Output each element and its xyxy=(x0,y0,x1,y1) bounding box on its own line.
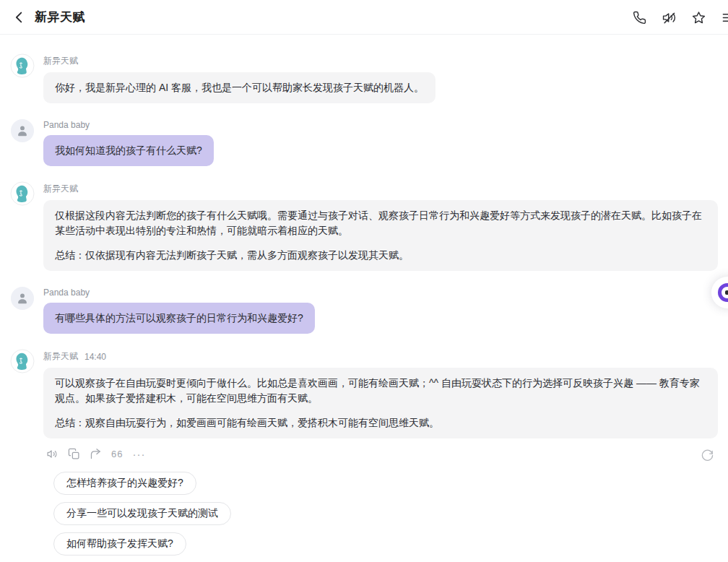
suggestion-chip[interactable]: 怎样培养孩子的兴趣爱好? xyxy=(53,472,196,495)
share-icon[interactable] xyxy=(90,448,102,460)
floating-assistant-ring-icon xyxy=(718,283,728,302)
user-message-bubble: 我如何知道我的孩子有什么天赋? xyxy=(43,135,214,166)
bot-message-bubble: 仅根据这段内容无法判断您的孩子有什么天赋哦。需要通过与孩子对话、观察孩子日常行为… xyxy=(43,200,718,271)
message-text: 有哪些具体的方法可以观察孩子的日常行为和兴趣爱好? xyxy=(55,311,303,326)
message-row-bot-latest: 新异天赋 14:40 可以观察孩子在自由玩耍时更倾向于做什么。比如总是喜欢画画，… xyxy=(10,349,718,460)
quote-icon[interactable]: 66 xyxy=(111,449,123,459)
bot-message-bubble: 你好，我是新异心理的 AI 客服，我也是一个可以帮助家长发现孩子天赋的机器人。 xyxy=(43,72,436,103)
message-row-bot: 新异天赋 仅根据这段内容无法判断您的孩子有什么天赋哦。需要通过与孩子对话、观察孩… xyxy=(10,181,718,271)
suggestion-chip[interactable]: 如何帮助孩子发挥天赋? xyxy=(53,532,186,555)
message-text: 可以观察孩子在自由玩耍时更倾向于做什么。比如总是喜欢画画，可能有绘画天赋；^^ … xyxy=(55,376,706,406)
header: 新异天赋 xyxy=(0,0,728,35)
bot-avatar xyxy=(10,349,35,373)
bot-avatar xyxy=(10,181,35,206)
message-text: 仅根据这段内容无法判断您的孩子有什么天赋哦。需要通过与孩子对话、观察孩子日常行为… xyxy=(55,208,706,238)
phone-icon[interactable] xyxy=(633,11,646,25)
message-row-user: Panda baby 我如何知道我的孩子有什么天赋? xyxy=(10,118,718,166)
chevron-left-icon xyxy=(12,9,27,25)
suggested-questions: 怎样培养孩子的兴趣爱好? 分享一些可以发现孩子天赋的测试 如何帮助孩子发挥天赋? xyxy=(10,470,718,555)
user-avatar xyxy=(10,286,35,311)
chat-page: 新异天赋 新异天赋 xyxy=(0,0,728,562)
message-row-user: Panda baby 有哪些具体的方法可以观察孩子的日常行为和兴趣爱好? xyxy=(10,286,718,334)
message-row-bot: 新异天赋 你好，我是新异心理的 AI 客服，我也是一个可以帮助家长发现孩子天赋的… xyxy=(10,53,718,103)
bot-avatar xyxy=(10,53,35,78)
copy-icon[interactable] xyxy=(68,448,80,460)
sender-name: Panda baby xyxy=(43,120,90,130)
page-title: 新异天赋 xyxy=(35,9,85,25)
user-message-bubble: 有哪些具体的方法可以观察孩子的日常行为和兴趣爱好? xyxy=(43,303,315,334)
more-icon[interactable]: ··· xyxy=(132,451,145,458)
sender-name: 新异天赋 xyxy=(43,183,78,195)
back-button[interactable] xyxy=(10,8,29,27)
message-text: 我如何知道我的孩子有什么天赋? xyxy=(55,143,202,158)
regenerate-icon[interactable] xyxy=(701,449,714,462)
sender-name: Panda baby xyxy=(43,288,90,298)
sender-name: 新异天赋 xyxy=(43,350,78,363)
header-actions xyxy=(633,0,728,35)
read-aloud-icon[interactable] xyxy=(46,448,58,460)
message-summary-text: 总结：观察自由玩耍行为，如爱画画可能有绘画天赋，爱搭积木可能有空间思维天赋。 xyxy=(55,415,706,431)
message-timestamp: 14:40 xyxy=(84,352,106,362)
speaker-muted-icon[interactable] xyxy=(662,11,676,25)
suggestion-chip[interactable]: 分享一些可以发现孩子天赋的测试 xyxy=(53,502,231,525)
user-avatar xyxy=(10,118,35,143)
bot-message-bubble: 可以观察孩子在自由玩耍时更倾向于做什么。比如总是喜欢画画，可能有绘画天赋；^^ … xyxy=(43,368,718,438)
chat-area: 新异天赋 你好，我是新异心理的 AI 客服，我也是一个可以帮助家长发现孩子天赋的… xyxy=(0,35,728,555)
menu-icon[interactable] xyxy=(722,11,728,25)
message-text: 你好，我是新异心理的 AI 客服，我也是一个可以帮助家长发现孩子天赋的机器人。 xyxy=(55,80,424,95)
star-icon[interactable] xyxy=(692,11,706,25)
message-summary-text: 总结：仅依据现有内容无法判断孩子天赋，需从多方面观察孩子以发现其天赋。 xyxy=(55,248,706,263)
sender-name: 新异天赋 xyxy=(43,55,78,67)
message-toolbar: 66 ··· xyxy=(46,448,718,460)
